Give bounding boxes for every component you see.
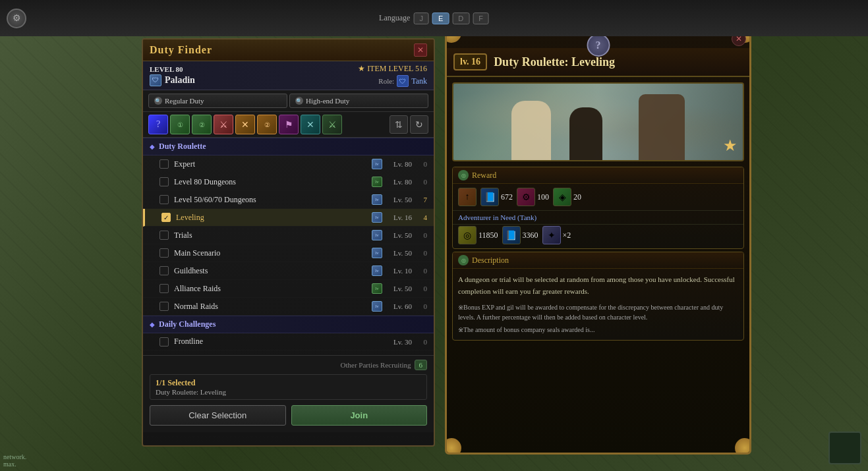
duty-checkbox-normalraids[interactable] (159, 302, 169, 311)
char-level: LEVEL 80 (150, 65, 195, 73)
refresh-button[interactable]: ↻ (410, 115, 428, 134)
regular-duty-tab[interactable]: 🔍 Regular Duty (148, 94, 287, 108)
duty-roulette-section-title: Duty Roulette (159, 142, 206, 152)
lang-f-button[interactable]: F (473, 13, 489, 24)
reward-item-exp: ↑ (458, 188, 477, 206)
duty-roulette-section-header: ◆ Duty Roulette (143, 138, 434, 155)
adventurer-in-need-label: Adventurer in Need (Tank) (458, 213, 536, 221)
panel-title: Duty Finder (150, 44, 212, 56)
special-icon-btn[interactable]: ✕ (301, 115, 320, 134)
lang-e-button[interactable]: E (432, 13, 449, 24)
duty-lv-lv80dungeons: Lv. 80 (382, 178, 412, 186)
char-info-bar: LEVEL 80 🛡 Paladin ★ ITEM LEVEL 516 Role… (143, 61, 434, 90)
reward-header: ◎ Reward (453, 167, 743, 184)
highend-duty-tab[interactable]: 🔍 High-end Duty (289, 94, 428, 108)
duty-name-guildhests: Guildhests (174, 266, 372, 276)
dungeon2-icon-btn[interactable]: ② (192, 115, 212, 134)
description-header: ◎ Description (453, 252, 743, 269)
join-button[interactable]: Join (291, 405, 428, 426)
duty-lv-mainscenario: Lv. 50 (382, 249, 412, 257)
clear-selection-button[interactable]: Clear Selection (150, 405, 286, 426)
star-badge-icon: ★ (723, 136, 738, 155)
duty-lv-icon-guildhests: lv (372, 265, 382, 276)
corner-decoration-bl (445, 438, 461, 455)
reward-item-tome: 📘 672 (480, 188, 513, 206)
bottom-area: Other Parties Recruiting 6 1/1 Selected … (143, 355, 434, 432)
section-diamond-icon: ◆ (150, 143, 155, 150)
dungeon1-icon-btn[interactable]: ① (170, 115, 190, 134)
reward-section-icon: ◎ (458, 170, 469, 180)
frontline-icon-btn[interactable]: ⚔ (322, 115, 342, 134)
duty-name-lv506070dungeons: Level 50/60/70 Dungeons (174, 195, 372, 205)
duty-checkbox-lv506070dungeons[interactable] (159, 195, 169, 204)
other-parties-row: Other Parties Recruiting 6 (150, 360, 427, 370)
duty-finder-panel: Duty Finder ✕ LEVEL 80 🛡 Paladin ★ ITEM … (142, 38, 435, 447)
role-name: Tank (411, 76, 427, 86)
duty-checkbox-allianceraids[interactable] (159, 284, 169, 293)
duty-row-mainscenario[interactable]: Main Scenario lv Lv. 50 0 (143, 244, 434, 262)
pvp-icon-btn[interactable]: ⚑ (279, 115, 299, 134)
duty-checkbox-expert[interactable] (159, 159, 169, 169)
duty-row-frontline[interactable]: Frontline Lv. 30 0 (143, 333, 434, 350)
duty-count-lv506070dungeons: 7 (417, 196, 427, 204)
sort-button[interactable]: ⇅ (390, 115, 408, 134)
trial-icon-btn[interactable]: ⚔ (214, 115, 233, 134)
duty-checkbox-mainscenario[interactable] (159, 248, 169, 258)
class-icon: 🛡 (150, 74, 161, 86)
duty-row-expert[interactable]: Expert lv Lv. 80 0 (143, 155, 434, 173)
duty-row-guildhests[interactable]: Guildhests lv Lv. 10 0 (143, 262, 434, 280)
duty-checkbox-frontline[interactable] (159, 337, 169, 346)
selected-count: 1/1 Selected (156, 378, 421, 388)
roulette-icon-btn[interactable]: ? (148, 115, 168, 134)
duty-lv-guildhests: Lv. 10 (382, 267, 412, 275)
duty-count-normalraids: 0 (417, 302, 427, 310)
help-icon[interactable]: ? (587, 34, 610, 57)
lang-j-button[interactable]: J (413, 13, 429, 24)
duty-checkbox-guildhests[interactable] (159, 266, 169, 275)
description-section: ◎ Description A dungeon or trial will be… (452, 252, 744, 341)
gear-icon: ⚙ (13, 13, 21, 24)
reward-gil-value: 11850 (478, 231, 498, 240)
duty-row-allianceraids[interactable]: Alliance Raids lv Lv. 50 0 (143, 280, 434, 298)
duty-lv-icon-expert: lv (372, 159, 382, 169)
minimap (828, 431, 861, 464)
duty-detail-panel: ? ✕ lv. 16 Duty Roulette: Leveling ★ ◎ R… (445, 26, 751, 455)
duty-checkbox-leveling[interactable]: ✓ (161, 213, 171, 222)
close-button[interactable]: ✕ (414, 43, 427, 57)
panel-header: Duty Finder ✕ (143, 40, 434, 61)
reward-item-seal: ◈ 20 (553, 188, 581, 206)
reward-exp-icon: ↑ (458, 188, 477, 206)
duty-row-lv80dungeons[interactable]: Level 80 Dungeons lv Lv. 80 0 (143, 173, 434, 191)
duty-count-guildhests: 0 (417, 267, 427, 275)
role-info: Role: 🛡 Tank (378, 75, 427, 87)
duty-count-leveling: 4 (417, 213, 427, 221)
duty-checkbox-lv80dungeons[interactable] (159, 177, 169, 186)
duty-lv-icon-trials: lv (372, 230, 382, 240)
duty-tabs: 🔍 Regular Duty 🔍 High-end Duty (143, 90, 434, 112)
network-indicator: network. max. (3, 453, 26, 468)
duty-count-lv80dungeons: 0 (417, 178, 427, 186)
duty-row-leveling[interactable]: ✓ Leveling lv Lv. 16 4 (143, 209, 434, 227)
raid2-icon-btn[interactable]: ② (257, 115, 277, 134)
duty-count-mainscenario: 0 (417, 249, 427, 257)
duty-list[interactable]: ◆ Duty Roulette Expert lv Lv. 80 0 Level… (143, 138, 434, 355)
duty-name-mainscenario: Main Scenario (174, 248, 372, 258)
duty-row-normalraids[interactable]: Normal Raids lv Lv. 60 0 (143, 298, 434, 316)
duty-lv-icon-leveling: lv (372, 212, 382, 223)
action-buttons: Clear Selection Join (150, 402, 427, 428)
highend-tab-label: High-end Duty (306, 97, 349, 105)
settings-button[interactable]: ⚙ (7, 9, 26, 28)
detail-title: Duty Roulette: Leveling (494, 55, 615, 69)
description-text: A dungeon or trial will be selected at r… (453, 269, 743, 340)
search-icon: 🔍 (154, 97, 162, 105)
reward-items-row2: ◎ 11850 📘 3360 ✦ ×2 (453, 224, 743, 248)
raid1-icon-btn[interactable]: ✕ (235, 115, 255, 134)
duty-checkbox-trials[interactable] (159, 231, 169, 240)
description-label: Description (472, 256, 509, 265)
desc-main: A dungeon or trial will be selected at r… (458, 274, 738, 297)
duty-row-lv506070dungeons[interactable]: Level 50/60/70 Dungeons lv Lv. 50 7 (143, 191, 434, 209)
icon-bar: ? ① ② ⚔ ✕ ② ⚑ ✕ ⚔ ⇅ ↻ (143, 112, 434, 138)
duty-row-trials[interactable]: Trials lv Lv. 50 0 (143, 227, 434, 244)
lang-d-button[interactable]: D (452, 13, 469, 24)
other-parties-count: 6 (415, 360, 428, 370)
